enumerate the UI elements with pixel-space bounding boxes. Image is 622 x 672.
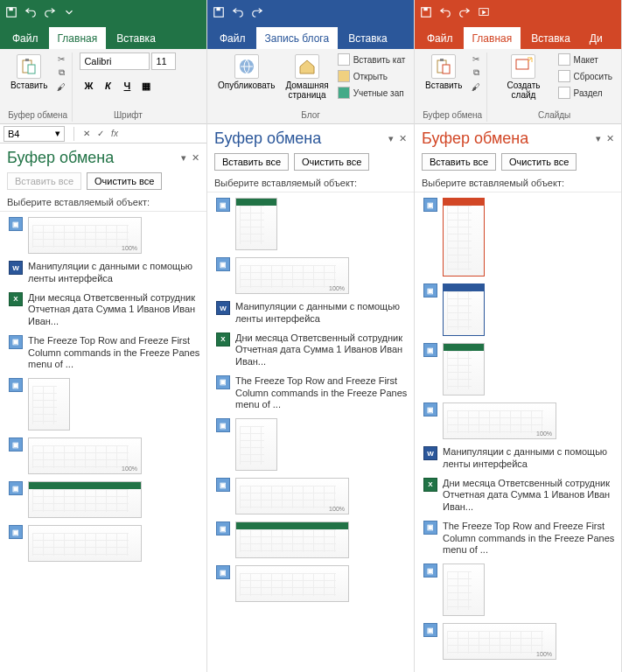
fx-icon[interactable]: fx <box>108 128 122 140</box>
open-icon <box>338 70 350 82</box>
clip-item[interactable]: ▣ 100% <box>422 399 618 443</box>
clip-item[interactable]: ▣ The Freeze Top Row and Freeze First Co… <box>214 372 410 415</box>
clip-thumbnail <box>235 418 277 471</box>
clip-item[interactable]: ▣ <box>214 415 410 474</box>
copy-icon[interactable]: ⧉ <box>54 66 68 79</box>
clip-item[interactable]: ▣ The Freeze Top Row and Freeze First Co… <box>422 517 618 560</box>
redo-icon[interactable] <box>251 6 263 18</box>
save-icon[interactable] <box>213 6 225 18</box>
underline-button[interactable]: Ч <box>118 77 136 94</box>
clip-item[interactable]: ▣ <box>422 340 618 399</box>
home-page-button[interactable]: Домашняя страница <box>282 52 332 102</box>
undo-icon[interactable] <box>439 6 451 18</box>
clip-item[interactable]: ▣ <box>214 518 410 562</box>
insert-category-button[interactable]: Вставить кат <box>336 52 408 66</box>
format-painter-icon[interactable]: 🖌 <box>469 80 483 93</box>
clip-item[interactable]: W Манипуляции с данными с помощью ленты … <box>214 298 410 329</box>
tab-blog-post[interactable]: Запись блога <box>256 27 339 49</box>
italic-button[interactable]: К <box>99 77 116 94</box>
clip-item[interactable]: X Дни месяца Ответсвенный сотрудник Отче… <box>214 329 410 372</box>
font-size-combo[interactable]: 11 <box>151 52 176 70</box>
clip-item[interactable]: ▣ 100% <box>422 620 618 663</box>
clip-item[interactable]: ▣ <box>214 194 410 254</box>
clip-list[interactable]: ▣ ▣ 100% W Манипуляции с данными с помощ… <box>207 192 414 672</box>
pane-menu-icon[interactable]: ▾ <box>181 152 186 164</box>
cut-icon[interactable]: ✂ <box>469 52 483 65</box>
clip-item[interactable]: ▣ 100% <box>214 254 410 298</box>
tab-insert[interactable]: Вставка <box>339 27 396 49</box>
save-icon[interactable] <box>420 6 432 18</box>
pane-menu-icon[interactable]: ▾ <box>596 133 601 144</box>
tab-file[interactable]: Файл <box>3 27 47 49</box>
clear-all-button[interactable]: Очистить все <box>87 172 162 190</box>
clip-item[interactable]: ▣ 100% <box>214 474 410 518</box>
clip-item[interactable]: ▣ 100% <box>7 434 203 478</box>
bold-button[interactable]: Ж <box>80 77 97 94</box>
publish-button[interactable]: Опубликовать <box>214 52 278 92</box>
excel-source-icon: X <box>216 332 230 346</box>
clip-item[interactable]: ▣ <box>7 522 203 565</box>
save-icon[interactable] <box>5 6 17 18</box>
clip-item[interactable]: ▣ The Freeze Top Row and Freeze First Co… <box>7 332 203 374</box>
clip-item[interactable]: X Дни месяца Ответсвенный сотрудник Отче… <box>7 289 203 332</box>
tab-insert[interactable]: Вставка <box>108 27 164 49</box>
clip-item[interactable]: ▣ 100% <box>7 214 203 257</box>
tab-home[interactable]: Главная <box>49 27 107 49</box>
tab-file[interactable]: Файл <box>418 27 462 49</box>
clip-text: Дни месяца Ответсвенный сотрудник Отчетн… <box>235 332 409 368</box>
font-name-combo[interactable]: Calibri <box>80 52 150 70</box>
start-from-beginning-icon[interactable] <box>478 6 490 18</box>
select-object-label: Выберите вставляемый объект: <box>415 176 621 192</box>
paste-all-button[interactable]: Вставить все <box>214 153 289 171</box>
reset-button[interactable]: Сбросить <box>556 69 614 83</box>
clip-item[interactable]: ▣ <box>422 194 618 280</box>
clip-list[interactable]: ▣ 100% W Манипуляции с данными с помощью… <box>0 211 206 672</box>
clip-list[interactable]: ▣ ▣ ▣ ▣ 100% W Манипуляции с данными с п… <box>415 192 621 672</box>
clip-item[interactable]: W Манипуляции с данными с помощью ленты … <box>7 257 203 289</box>
clip-thumbnail <box>443 284 485 336</box>
tab-file[interactable]: Файл <box>211 27 255 49</box>
layout-button[interactable]: Макет <box>556 52 614 66</box>
name-box[interactable]: B4▾ <box>3 126 65 142</box>
close-icon[interactable]: ✕ <box>192 152 199 164</box>
copy-icon[interactable]: ⧉ <box>469 66 483 79</box>
clip-item[interactable]: X Дни месяца Ответсвенный сотрудник Отче… <box>422 474 618 517</box>
redo-icon[interactable] <box>458 6 471 18</box>
undo-icon[interactable] <box>24 6 37 18</box>
paste-all-button[interactable]: Вставить все <box>7 172 81 190</box>
clip-thumbnail <box>443 564 485 616</box>
close-icon[interactable]: ✕ <box>606 133 614 144</box>
enter-icon[interactable]: ✓ <box>94 128 108 140</box>
redo-icon[interactable] <box>44 6 56 18</box>
borders-button[interactable]: ▦ <box>137 77 155 94</box>
format-painter-icon[interactable]: 🖌 <box>54 80 68 93</box>
clip-item[interactable]: ▣ <box>7 478 203 522</box>
tab-home[interactable]: Главная <box>464 27 521 49</box>
cancel-icon[interactable]: ✕ <box>80 128 94 140</box>
paste-button[interactable]: Вставить <box>422 52 465 92</box>
undo-icon[interactable] <box>232 6 244 18</box>
paste-all-button[interactable]: Вставить все <box>422 153 496 171</box>
clipboard-group: Вставить ✂ ⧉ 🖌 Буфер обмена <box>418 52 487 122</box>
clear-all-button[interactable]: Очистить все <box>294 153 369 171</box>
clip-item[interactable]: ▣ <box>422 280 618 340</box>
clip-item[interactable]: ▣ <box>7 374 203 434</box>
clear-all-button[interactable]: Очистить все <box>501 153 577 171</box>
cut-icon[interactable]: ✂ <box>54 52 68 65</box>
tab-insert[interactable]: Вставка <box>522 27 579 49</box>
section-button[interactable]: Раздел <box>556 86 614 100</box>
svg-rect-13 <box>443 65 450 74</box>
open-button[interactable]: Открыть <box>336 69 408 83</box>
tab-design[interactable]: Ди <box>581 27 612 49</box>
pane-menu-icon[interactable]: ▾ <box>388 133 394 144</box>
clipboard-pane: Буфер обмена ▾✕ Вставить все Очистить вс… <box>415 124 621 672</box>
clip-item[interactable]: ▣ <box>422 560 618 620</box>
more-icon[interactable] <box>63 6 75 18</box>
new-slide-button[interactable]: Создать слайд <box>494 52 552 102</box>
accounts-button[interactable]: Учетные зап <box>336 86 408 100</box>
close-icon[interactable]: ✕ <box>399 133 407 144</box>
accounts-icon <box>338 87 350 99</box>
clip-item[interactable]: W Манипуляции с данными с помощью ленты … <box>422 443 618 474</box>
paste-button[interactable]: Вставить <box>7 52 51 92</box>
clip-item[interactable]: ▣ <box>214 562 410 606</box>
